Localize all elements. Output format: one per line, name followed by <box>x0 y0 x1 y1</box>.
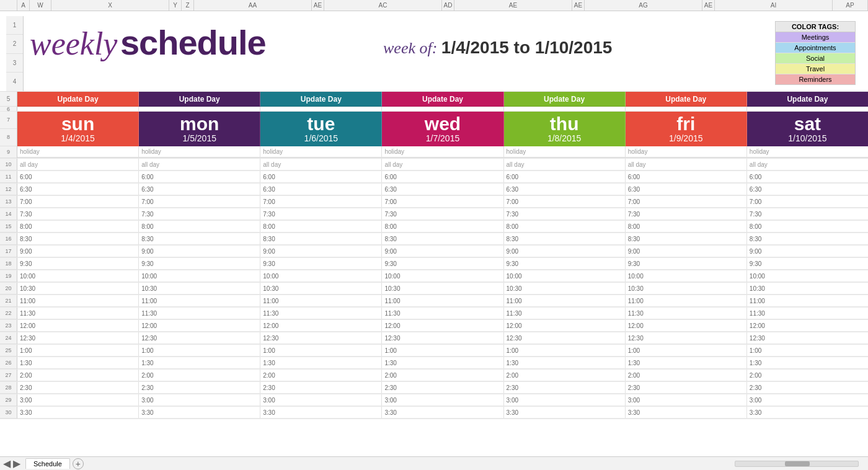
cell-13-day1[interactable]: 7:00 <box>139 196 260 208</box>
cell-16-day1[interactable]: 8:30 <box>139 233 260 245</box>
prev-sheet-btn[interactable]: ◀ <box>3 458 11 469</box>
cell-20-day1[interactable]: 10:30 <box>139 283 260 295</box>
cell-9-day2[interactable]: holiday <box>260 146 382 158</box>
cell-14-day3[interactable]: 7:30 <box>382 208 503 220</box>
cell-15-day4[interactable]: 8:00 <box>504 221 626 233</box>
cell-17-day4[interactable]: 9:00 <box>504 246 626 257</box>
cell-17-day5[interactable]: 9:00 <box>626 246 747 257</box>
cell-16-day4[interactable]: 8:30 <box>504 233 626 245</box>
cell-9-day5[interactable]: holiday <box>626 146 747 158</box>
cell-26-day1[interactable]: 1:30 <box>139 357 260 369</box>
cell-10-day0[interactable]: all day <box>17 159 139 171</box>
cell-28-day6[interactable]: 2:30 <box>747 382 868 394</box>
cell-24-day6[interactable]: 12:30 <box>747 332 868 344</box>
cell-11-day0[interactable]: 6:00 <box>17 171 139 183</box>
cell-14-day6[interactable]: 7:30 <box>747 208 868 220</box>
cell-18-day6[interactable]: 9:30 <box>747 258 868 270</box>
cell-19-day4[interactable]: 10:00 <box>504 270 626 282</box>
cell-21-day0[interactable]: 11:00 <box>17 295 139 307</box>
cell-25-day6[interactable]: 1:00 <box>747 345 868 357</box>
cell-10-day2[interactable]: all day <box>260 159 382 171</box>
cell-21-day5[interactable]: 11:00 <box>626 295 747 307</box>
cell-29-day2[interactable]: 3:00 <box>260 394 382 406</box>
cell-26-day0[interactable]: 1:30 <box>17 357 139 369</box>
cell-15-day6[interactable]: 8:00 <box>747 221 868 233</box>
cell-28-day3[interactable]: 2:30 <box>382 382 503 394</box>
cell-27-day0[interactable]: 2:00 <box>17 370 139 381</box>
cell-20-day6[interactable]: 10:30 <box>747 283 868 295</box>
cell-20-day5[interactable]: 10:30 <box>626 283 747 295</box>
cell-30-day4[interactable]: 3:30 <box>504 407 626 419</box>
schedule-tab[interactable]: Schedule <box>25 458 70 469</box>
cell-13-day3[interactable]: 7:00 <box>382 196 503 208</box>
cell-11-day4[interactable]: 6:00 <box>504 171 626 183</box>
cell-10-day6[interactable]: all day <box>747 159 868 171</box>
cell-9-day1[interactable]: holiday <box>139 146 260 158</box>
cell-19-day6[interactable]: 10:00 <box>747 270 868 282</box>
cell-29-day1[interactable]: 3:00 <box>139 394 260 406</box>
cell-16-day2[interactable]: 8:30 <box>260 233 382 245</box>
cell-25-day0[interactable]: 1:00 <box>17 345 139 357</box>
cell-11-day2[interactable]: 6:00 <box>260 171 382 183</box>
cell-10-day5[interactable]: all day <box>626 159 747 171</box>
cell-22-day0[interactable]: 11:30 <box>17 308 139 319</box>
cell-18-day4[interactable]: 9:30 <box>504 258 626 270</box>
cell-12-day4[interactable]: 6:30 <box>504 184 626 195</box>
cell-12-day3[interactable]: 6:30 <box>382 184 503 195</box>
cell-13-day6[interactable]: 7:00 <box>747 196 868 208</box>
cell-21-day2[interactable]: 11:00 <box>260 295 382 307</box>
cell-23-day3[interactable]: 12:00 <box>382 320 503 332</box>
cell-17-day0[interactable]: 9:00 <box>17 246 139 257</box>
cell-17-day6[interactable]: 9:00 <box>747 246 868 257</box>
cell-27-day2[interactable]: 2:00 <box>260 370 382 381</box>
cell-21-day6[interactable]: 11:00 <box>747 295 868 307</box>
cell-30-day0[interactable]: 3:30 <box>17 407 139 419</box>
cell-15-day3[interactable]: 8:00 <box>382 221 503 233</box>
cell-25-day3[interactable]: 1:00 <box>382 345 503 357</box>
cell-25-day1[interactable]: 1:00 <box>139 345 260 357</box>
cell-20-day2[interactable]: 10:30 <box>260 283 382 295</box>
cell-18-day5[interactable]: 9:30 <box>626 258 747 270</box>
cell-23-day1[interactable]: 12:00 <box>139 320 260 332</box>
cell-16-day0[interactable]: 8:30 <box>17 233 139 245</box>
cell-27-day6[interactable]: 2:00 <box>747 370 868 381</box>
cell-15-day5[interactable]: 8:00 <box>626 221 747 233</box>
cell-16-day3[interactable]: 8:30 <box>382 233 503 245</box>
cell-22-day5[interactable]: 11:30 <box>626 308 747 319</box>
cell-15-day1[interactable]: 8:00 <box>139 221 260 233</box>
cell-29-day4[interactable]: 3:00 <box>504 394 626 406</box>
cell-30-day5[interactable]: 3:30 <box>626 407 747 419</box>
cell-17-day3[interactable]: 9:00 <box>382 246 503 257</box>
cell-24-day5[interactable]: 12:30 <box>626 332 747 344</box>
cell-21-day1[interactable]: 11:00 <box>139 295 260 307</box>
tue-update-day[interactable]: Update Day <box>260 92 382 107</box>
cell-23-day0[interactable]: 12:00 <box>17 320 139 332</box>
sat-update-day[interactable]: Update Day <box>747 92 868 107</box>
cell-27-day5[interactable]: 2:00 <box>626 370 747 381</box>
cell-18-day1[interactable]: 9:30 <box>139 258 260 270</box>
cell-23-day5[interactable]: 12:00 <box>626 320 747 332</box>
cell-17-day2[interactable]: 9:00 <box>260 246 382 257</box>
cell-21-day3[interactable]: 11:00 <box>382 295 503 307</box>
cell-25-day5[interactable]: 1:00 <box>626 345 747 357</box>
cell-28-day1[interactable]: 2:30 <box>139 382 260 394</box>
cell-28-day0[interactable]: 2:30 <box>17 382 139 394</box>
cell-23-day2[interactable]: 12:00 <box>260 320 382 332</box>
cell-18-day2[interactable]: 9:30 <box>260 258 382 270</box>
cell-20-day4[interactable]: 10:30 <box>504 283 626 295</box>
cell-11-day3[interactable]: 6:00 <box>382 171 503 183</box>
cell-24-day0[interactable]: 12:30 <box>17 332 139 344</box>
wed-update-day[interactable]: Update Day <box>382 92 503 107</box>
cell-14-day1[interactable]: 7:30 <box>139 208 260 220</box>
cell-18-day0[interactable]: 9:30 <box>17 258 139 270</box>
cell-13-day0[interactable]: 7:00 <box>17 196 139 208</box>
cell-20-day3[interactable]: 10:30 <box>382 283 503 295</box>
cell-12-day0[interactable]: 6:30 <box>17 184 139 195</box>
cell-22-day6[interactable]: 11:30 <box>747 308 868 319</box>
cell-14-day2[interactable]: 7:30 <box>260 208 382 220</box>
cell-12-day6[interactable]: 6:30 <box>747 184 868 195</box>
mon-update-day[interactable]: Update Day <box>139 92 260 107</box>
cell-9-day3[interactable]: holiday <box>382 146 503 158</box>
cell-19-day0[interactable]: 10:00 <box>17 270 139 282</box>
cell-30-day6[interactable]: 3:30 <box>747 407 868 419</box>
